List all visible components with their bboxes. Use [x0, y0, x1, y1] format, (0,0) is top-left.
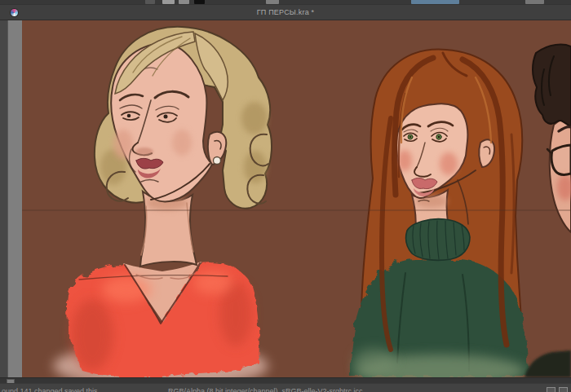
- status-left-text: ound 141 changed saved this: [2, 387, 98, 392]
- document-tab[interactable]: ГП ПЕРСЫ.kra *: [0, 4, 571, 20]
- painting-canvas[interactable]: [22, 20, 571, 377]
- left-dark-gutter: [0, 20, 7, 377]
- glasses: [551, 145, 571, 174]
- status-mini-icon[interactable]: [547, 387, 556, 392]
- status-bar: ound 141 changed saved this RGB/Alpha (8…: [0, 383, 571, 392]
- color-profile-text: RGB/Alpha (8 bit integer/channel), sRGB-…: [168, 387, 363, 392]
- tab-title: ГП ПЕРСЫ.kra *: [257, 8, 315, 16]
- krita-logo-icon: [11, 9, 18, 16]
- horizontal-scrollbar[interactable]: [0, 377, 571, 383]
- status-icons: [547, 387, 568, 392]
- status-mini-icon[interactable]: [559, 387, 568, 392]
- main-area: [0, 20, 571, 377]
- artwork: [22, 20, 571, 377]
- pearl-earring: [214, 157, 221, 165]
- krita-window: ГП ПЕРСЫ.kra *: [0, 0, 571, 392]
- canvas-pasteboard-edge: [7, 20, 22, 377]
- figure-redhead-woman: [350, 50, 529, 377]
